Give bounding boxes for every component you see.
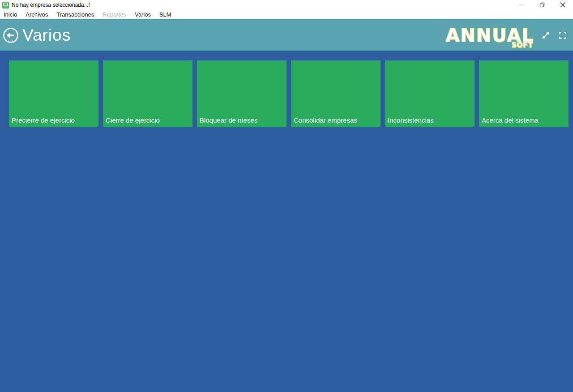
menu-item-archivos[interactable]: Archivos (26, 11, 48, 18)
close-icon (560, 2, 565, 8)
logo-secondary-text: SOFT (512, 42, 533, 49)
content-area: Precierre de ejercicio Cierre de ejercic… (0, 51, 573, 392)
minimize-button[interactable] (511, 0, 532, 10)
tile-cierre-de-ejercicio[interactable]: Cierre de ejercicio (103, 60, 192, 127)
tile-precierre-de-ejercicio[interactable]: Precierre de ejercicio (9, 60, 98, 127)
tile-inconsistencias[interactable]: Inconsistencias (385, 60, 475, 127)
app-icon (2, 2, 9, 9)
menu-item-slm[interactable]: SLM (159, 11, 171, 18)
tile-consolidar-empresas[interactable]: Consolidar empresas (291, 60, 381, 127)
tile-label: Precierre de ejercicio (9, 116, 78, 127)
page-title: Varios (22, 26, 71, 45)
resize-diagonal-icon[interactable] (541, 31, 550, 40)
menu-item-varios[interactable]: Varios (135, 11, 151, 18)
tile-label: Bloquear de meses (197, 116, 261, 127)
tile-label: Inconsistencias (385, 116, 437, 127)
tile-bloquear-de-meses[interactable]: Bloquear de meses (197, 60, 286, 127)
menubar: Inicio Archivos Transacciones Reportes V… (0, 10, 573, 19)
tile-label: Consolidar empresas (291, 116, 361, 127)
tile-label: Cierre de ejercicio (103, 116, 163, 127)
close-button[interactable] (552, 0, 573, 10)
restore-button[interactable] (532, 0, 552, 10)
back-button[interactable] (3, 27, 19, 43)
fullscreen-icon[interactable] (558, 31, 567, 40)
tile-acerca-del-sistema[interactable]: Acerca del sistema (479, 60, 569, 127)
restore-icon (539, 2, 545, 8)
menu-item-inicio[interactable]: Inicio (4, 11, 17, 18)
page-header: Varios ANNUAL SOFT (0, 20, 573, 51)
menu-item-transacciones[interactable]: Transacciones (56, 11, 94, 18)
titlebar: No hay empresa seleccionada...! (0, 0, 573, 10)
menu-item-reportes[interactable]: Reportes (103, 11, 126, 18)
annualsoft-logo: ANNUAL SOFT (445, 26, 534, 44)
tile-grid: Precierre de ejercicio Cierre de ejercic… (9, 60, 573, 127)
minimize-icon (519, 2, 524, 8)
back-arrow-icon (7, 32, 14, 38)
tile-label: Acerca del sistema (479, 116, 542, 127)
window-title: No hay empresa seleccionada...! (12, 2, 511, 8)
